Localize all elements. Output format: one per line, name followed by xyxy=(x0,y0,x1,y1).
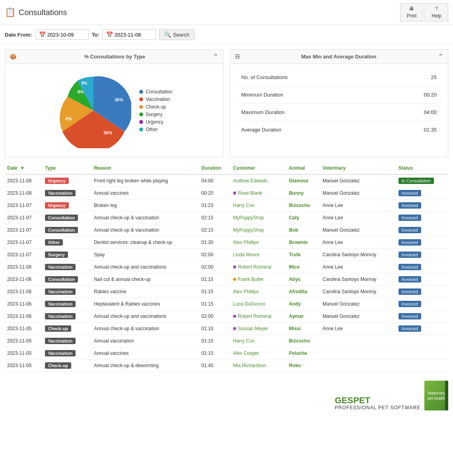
cell-animal[interactable]: Bizcocho xyxy=(286,199,320,212)
search-button[interactable]: 🔍 Search xyxy=(159,29,194,40)
customer-link[interactable]: Harry Cox xyxy=(233,338,255,344)
stats-collapse-icon[interactable]: ⌃ xyxy=(438,53,443,60)
cell-customer[interactable]: Mia Richardson xyxy=(231,360,287,372)
cell-customer[interactable]: Linda Moore xyxy=(231,249,287,261)
date-from-input[interactable] xyxy=(47,32,85,38)
customer-link[interactable]: Andrew Edwads xyxy=(233,178,268,184)
cell-customer[interactable]: Luca DaGiocco xyxy=(231,298,287,310)
col-veterinary[interactable]: Veterinary xyxy=(320,162,396,174)
col-animal[interactable]: Animal xyxy=(286,162,320,174)
cell-customer[interactable]: Alex Phillips xyxy=(231,286,287,298)
help-button[interactable]: ? Help xyxy=(425,3,448,21)
col-date[interactable]: Date ▼ xyxy=(5,162,43,174)
animal-link[interactable]: Mice xyxy=(289,264,299,270)
cell-animal[interactable]: Abys xyxy=(286,273,320,286)
svg-text:8%: 8% xyxy=(78,89,84,94)
cell-customer[interactable]: Harry Cox xyxy=(231,335,287,347)
cell-reason: Annual vaccines xyxy=(91,187,199,199)
customer-link[interactable]: MyPuppyShop xyxy=(233,227,264,233)
cell-animal[interactable]: Missi xyxy=(286,323,320,335)
status-badge: Invoiced xyxy=(399,202,421,209)
animal-link[interactable]: Andy xyxy=(289,301,301,307)
animal-link[interactable]: Bizcocho xyxy=(289,203,310,208)
type-badge: Check-up xyxy=(45,362,71,369)
cell-animal[interactable]: Andy xyxy=(286,298,320,310)
cell-date: 2023-11-07 xyxy=(5,212,43,224)
animal-link[interactable]: Abys xyxy=(289,277,300,282)
customer-link[interactable]: Harry Cox xyxy=(233,203,255,208)
customer-link[interactable]: Luca DaGiocco xyxy=(233,301,266,307)
cell-type: Check-up xyxy=(43,360,91,372)
cell-animal[interactable]: Peluche xyxy=(286,347,320,360)
pie-collapse-icon[interactable]: ⌃ xyxy=(213,53,218,60)
customer-link[interactable]: Sussan Meyer xyxy=(233,326,268,331)
cell-reason: Annual check-up & deworming xyxy=(91,360,199,372)
cell-customer[interactable]: Alex Cooper xyxy=(231,347,287,360)
cell-customer[interactable]: Robert Romeral xyxy=(231,310,287,323)
cell-customer[interactable]: Robert Romeral xyxy=(231,261,287,273)
type-badge: Vaccination xyxy=(45,338,76,344)
cell-customer[interactable]: MyPuppyShop xyxy=(231,212,287,224)
customer-link[interactable]: Alex Phillips xyxy=(233,240,259,245)
animal-link[interactable]: Missi xyxy=(289,326,301,331)
animal-link[interactable]: Trufa xyxy=(289,252,300,257)
col-duration[interactable]: Duration xyxy=(199,162,230,174)
animal-link[interactable]: Glamour xyxy=(289,178,308,184)
customer-link[interactable]: Robert Romeral xyxy=(233,313,272,319)
animal-link[interactable]: Brownie xyxy=(289,240,307,245)
cell-type: Vaccination xyxy=(43,335,91,347)
cell-customer[interactable]: MyPuppyShop xyxy=(231,224,287,236)
cell-animal[interactable]: Bunny xyxy=(286,187,320,199)
cell-animal[interactable]: Aymar xyxy=(286,310,320,323)
cell-customer[interactable]: Andrew Edwads xyxy=(231,174,287,187)
customer-link[interactable]: Frank Butler xyxy=(233,277,264,282)
calendar-from-icon[interactable]: 📅 xyxy=(39,31,46,38)
customer-link[interactable]: Linda Moore xyxy=(233,252,260,257)
print-button[interactable]: 🖶 Print xyxy=(400,3,424,21)
col-reason[interactable]: Reason xyxy=(91,162,199,174)
customer-link[interactable]: Rose Blank xyxy=(233,190,262,196)
cell-animal[interactable]: Bob xyxy=(286,224,320,236)
cell-customer[interactable]: Harry Cox xyxy=(231,199,287,212)
animal-link[interactable]: Peluche xyxy=(289,350,307,356)
animal-link[interactable]: Roko xyxy=(289,363,301,368)
table-body: 2023-11-08 Urgency Front right leg broke… xyxy=(5,174,448,372)
date-from-field[interactable]: 📅 xyxy=(35,29,89,40)
pie-chart-card: 🍪 % Consultations by Type ⌃ xyxy=(5,49,224,157)
cell-customer[interactable]: Alex Phillips xyxy=(231,236,287,249)
animal-link[interactable]: Bizcocho xyxy=(289,338,310,344)
date-to-input[interactable] xyxy=(115,32,152,38)
customer-link[interactable]: MyPuppyShop xyxy=(233,215,264,221)
customer-link[interactable]: Alex Phillips xyxy=(233,289,259,294)
animal-link[interactable]: Aymar xyxy=(289,313,303,319)
cell-customer[interactable]: Sussan Meyer xyxy=(231,323,287,335)
animal-link[interactable]: Afrodita xyxy=(289,289,307,294)
col-customer[interactable]: Customer xyxy=(231,162,287,174)
calendar-to-icon[interactable]: 📅 xyxy=(106,31,113,38)
animal-link[interactable]: Bunny xyxy=(289,190,303,196)
cell-animal[interactable]: Afrodita xyxy=(286,286,320,298)
cell-status xyxy=(396,360,448,372)
cell-animal[interactable]: Trufa xyxy=(286,249,320,261)
cell-animal[interactable]: Roko xyxy=(286,360,320,372)
cell-veterinary: Manuel Gonzalez xyxy=(320,310,396,323)
legend-dot-vaccination xyxy=(139,97,143,101)
animal-link[interactable]: Caty xyxy=(289,215,299,221)
customer-link[interactable]: Robert Romeral xyxy=(233,264,272,270)
col-status[interactable]: Status xyxy=(396,162,448,174)
cell-customer[interactable]: Frank Butler xyxy=(231,273,287,286)
date-to-label: To: xyxy=(92,32,99,38)
customer-link[interactable]: Alex Cooper xyxy=(233,350,259,356)
cell-animal[interactable]: Glamour xyxy=(286,174,320,187)
cell-animal[interactable]: Caty xyxy=(286,212,320,224)
cell-animal[interactable]: Brownie xyxy=(286,236,320,249)
animal-link[interactable]: Bob xyxy=(289,227,298,233)
customer-link[interactable]: Mia Richardson xyxy=(233,363,266,368)
cell-animal[interactable]: Bizcocho xyxy=(286,335,320,347)
pie-chart-title: % Consultations by Type xyxy=(84,54,145,60)
cell-customer[interactable]: Rose Blank xyxy=(231,187,287,199)
date-to-field[interactable]: 📅 xyxy=(103,29,156,40)
cell-status: Invoiced xyxy=(396,199,448,212)
col-type[interactable]: Type xyxy=(43,162,91,174)
cell-animal[interactable]: Mice xyxy=(286,261,320,273)
